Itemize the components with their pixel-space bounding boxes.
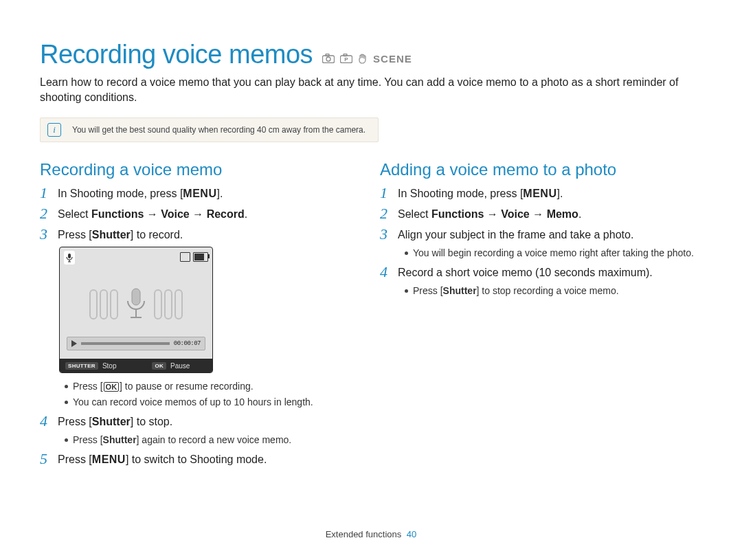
step-3: 3 Press [Shutter] to record. [40,227,362,243]
step-number: 5 [40,452,51,466]
step-text: Align your subject in the frame and take… [398,227,633,243]
step-1: 1 In Shooting mode, press [MENU]. [40,186,362,201]
page-footer: Extended functions 40 [0,529,742,539]
step-5: 5 Press [MENU] to switch to Shooting mod… [40,452,362,467]
step-2: 2 Select Functions → Voice → Memo. [380,207,702,222]
sub-bullet: Press [Shutter] to stop recording a voic… [405,284,702,298]
menu-key-label: MENU [523,188,556,199]
ok-key-inline: OK [104,382,120,392]
left-column: Recording a voice memo 1 In Shooting mod… [40,160,362,471]
card-icon [180,252,190,262]
stop-label: Stop [102,362,117,370]
elapsed-time: 00:00:07 [174,340,201,347]
page-title: Recording voice memos [40,40,313,69]
svg-rect-9 [132,289,140,305]
section-heading-add: Adding a voice memo to a photo [380,160,702,179]
sub-bullet: You can record voice memos of up to 10 h… [65,396,362,409]
svg-rect-6 [68,254,71,258]
ok-key-label: OK [152,362,166,370]
sub-bullet: Press [OK] to pause or resume recording. [65,380,362,393]
camera-p-icon: P [340,54,352,63]
step-text: In Shooting mode, press [MENU]. [398,186,563,201]
svg-point-2 [326,57,330,61]
menu-key-label: MENU [92,453,126,465]
step-text: Press [MENU] to switch to Shooting mode. [58,452,267,467]
step-2: 2 Select Functions → Voice → Record. [40,207,362,222]
intro-text: Learn how to record a voice memo that yo… [40,75,702,105]
step-4: 4 Record a short voice memo (10 seconds … [380,265,702,280]
hand-icon [358,53,368,64]
svg-rect-1 [326,54,329,56]
mode-icons: P SCENE [322,53,412,65]
step-text: In Shooting mode, press [MENU]. [58,186,223,201]
shutter-key-label: SHUTTER [65,362,98,370]
play-icon [71,340,77,347]
step-text: Record a short voice memo (10 seconds ma… [398,265,653,280]
step-1: 1 In Shooting mode, press [MENU]. [380,186,702,201]
sub-bullet: You will begin recording a voice memo ri… [405,247,702,260]
step-text: Press [Shutter] to record. [58,227,183,243]
status-icons [180,252,208,262]
camera-icon [322,54,335,63]
manual-page: Recording voice memos P SCENE Learn how … [0,0,742,560]
sub-bullet: Press [Shutter] again to record a new vo… [65,434,362,447]
footer-section: Extended functions [326,529,402,539]
step-3: 3 Align your subject in the frame and ta… [380,227,702,243]
info-icon: i [47,123,61,137]
tip-box: i You will get the best sound quality wh… [40,117,379,142]
softkey-bar: SHUTTER Stop OK Pause [60,359,212,372]
recording-screen-illustration: 00:00:07 SHUTTER Stop OK Pause [59,247,213,373]
svg-text:P: P [344,56,348,63]
playback-bar: 00:00:07 [67,337,205,350]
scene-mode-label: SCENE [373,53,412,65]
tip-text: You will get the best sound quality when… [72,125,366,135]
step-text: Select Functions → Voice → Memo. [398,207,581,222]
title-row: Recording voice memos P SCENE [40,40,702,69]
progress-track [81,342,170,345]
step-number: 2 [380,207,391,221]
step-4: 4 Press [Shutter] to stop. [40,414,362,429]
sound-wave-right-icon [154,289,183,320]
microphone-icon [124,287,148,322]
pause-label: Pause [170,362,190,370]
step-number: 4 [40,414,51,428]
step-number: 3 [380,227,391,241]
step-number: 4 [380,265,391,279]
step-number: 3 [40,227,51,241]
step-text: Select Functions → Voice → Record. [58,207,247,222]
step-number: 1 [380,186,391,200]
step-text: Press [Shutter] to stop. [58,414,172,429]
mic-indicator-icon [64,251,75,265]
section-heading-record: Recording a voice memo [40,160,362,179]
sound-wave-left-icon [89,289,118,320]
page-number: 40 [407,529,416,539]
step-number: 2 [40,207,51,221]
recording-graphic [60,287,212,322]
menu-key-label: MENU [183,188,216,199]
two-column-layout: Recording a voice memo 1 In Shooting mod… [40,160,702,471]
battery-icon [193,252,208,262]
right-column: Adding a voice memo to a photo 1 In Shoo… [380,160,702,471]
step-number: 1 [40,186,51,200]
